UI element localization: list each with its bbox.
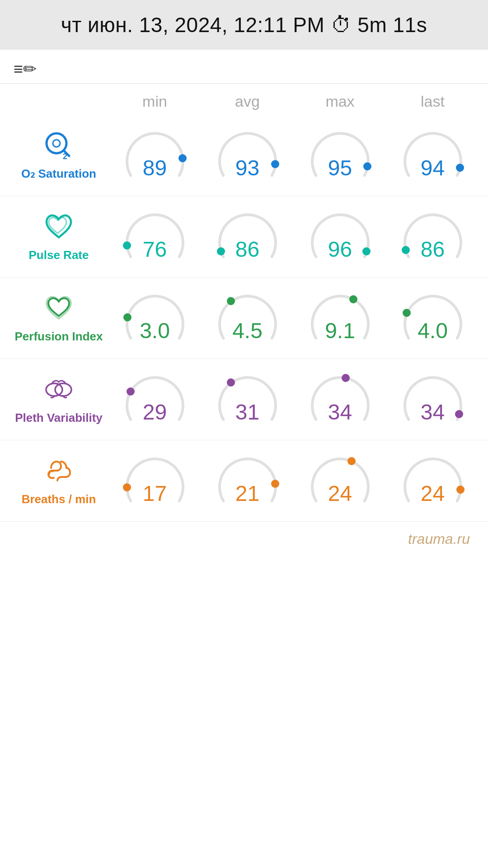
column-headers: min avg max last [0,84,488,110]
dot-pulse-avg [217,247,225,255]
gauge-pleth-min: 29 [108,370,201,429]
value-o2-avg: 93 [211,156,284,180]
metric-row-perfusion: Perfusion Index3.04.59.14.0 [0,278,488,359]
perfusion-label: Perfusion Index [14,330,103,344]
svg-point-4 [46,383,62,396]
value-perfusion-min: 3.0 [119,318,191,343]
metric-label-pleth: Pleth Variability [9,374,108,425]
breaths-label: Breaths / min [22,492,96,506]
metric-label-breaths: Breaths / min [9,455,108,506]
col-min: min [108,93,201,110]
value-pleth-max: 34 [304,400,376,425]
gauge-perfusion-last: 4.0 [386,289,479,348]
breaths-icon [43,455,75,489]
value-pleth-avg: 31 [211,400,284,425]
metric-row-breaths: Breaths / min17212424 [0,440,488,522]
gauge-pleth-max: 34 [294,370,386,429]
perfusion-icon [43,292,75,326]
gauge-pulse-last: 86 [386,208,479,266]
gauge-perfusion-min: 3.0 [108,289,201,348]
dot-o2-avg [271,160,279,168]
value-pleth-min: 29 [119,400,191,425]
watermark: trauma.ru [0,522,488,557]
dot-breaths-last [456,486,465,494]
gauge-o2-avg: 93 [201,126,294,185]
metric-label-perfusion: Perfusion Index [9,292,108,344]
svg-point-1 [53,140,60,147]
metrics-container: 2 O₂ Saturation89939594 Pulse Rate768696… [0,115,488,522]
gauge-breaths-max: 24 [294,452,386,510]
o2-label: O₂ Saturation [21,167,96,181]
gauge-o2-min: 89 [108,126,201,185]
gauge-pleth-avg: 31 [201,370,294,429]
gauge-perfusion-avg: 4.5 [201,289,294,348]
o2-icon: 2 [43,130,75,163]
pulse-icon [43,211,75,245]
svg-point-5 [55,383,71,396]
gauge-pleth-last: 34 [386,370,479,429]
metric-row-pleth: Pleth Variability29313434 [0,359,488,440]
gauge-o2-last: 94 [386,126,479,185]
value-breaths-last: 24 [397,481,469,506]
value-perfusion-max: 9.1 [304,318,376,343]
value-breaths-max: 24 [304,481,376,506]
metric-row-o2: 2 O₂ Saturation89939594 [0,115,488,196]
edit-icon[interactable]: ≡✏ [14,60,37,79]
pleth-icon [43,374,75,407]
dot-pulse-last [402,246,410,254]
gauge-breaths-avg: 21 [201,452,294,510]
gauge-pulse-min: 76 [108,208,201,266]
svg-text:2: 2 [63,152,67,161]
value-perfusion-last: 4.0 [397,318,469,343]
metric-label-o2: 2 O₂ Saturation [9,130,108,181]
gauge-o2-max: 95 [294,126,386,185]
pulse-label: Pulse Rate [29,248,89,262]
clock-icon: ⏱ [331,13,358,37]
col-last: last [386,93,479,110]
header-duration: 5m 11s [357,13,427,37]
dot-pulse-min [123,241,131,250]
metric-row-pulse: Pulse Rate76869686 [0,196,488,278]
col-max: max [294,93,386,110]
metric-label-pulse: Pulse Rate [9,211,108,262]
dot-pleth-min [127,387,135,396]
value-pulse-min: 76 [119,237,191,262]
gauge-perfusion-max: 9.1 [294,289,386,348]
col-avg: avg [201,93,294,110]
header-bar: чт июн. 13, 2024, 12:11 PM ⏱ 5m 11s [0,0,488,50]
toolbar: ≡✏ [0,50,488,84]
value-perfusion-avg: 4.5 [211,318,284,343]
pleth-label: Pleth Variability [15,411,103,425]
header-datetime: чт июн. 13, 2024, 12:11 PM [61,13,325,37]
gauge-pulse-avg: 86 [201,208,294,266]
gauge-pulse-max: 96 [294,208,386,266]
dot-breaths-min [123,483,131,491]
dot-breaths-max [347,457,356,465]
gauge-breaths-last: 24 [386,452,479,510]
gauge-breaths-min: 17 [108,452,201,510]
dot-o2-last [456,164,464,172]
